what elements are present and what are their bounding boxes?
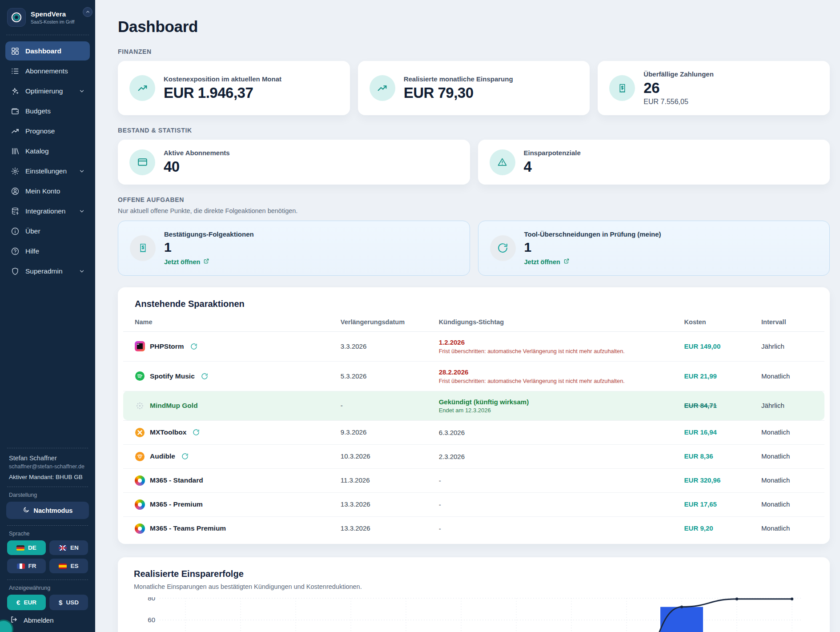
chevron-down-icon [79, 268, 85, 274]
deadline-date: 1.2.2026 [439, 338, 680, 346]
user-icon [10, 186, 20, 196]
subscription-name: M365 - Teams Premium [150, 524, 226, 532]
table-row-spotify-music[interactable]: Spotify Music5.3.202628.2.2026Frist über… [123, 361, 824, 391]
stat-value: 40 [164, 158, 230, 175]
bars-icon [10, 146, 20, 156]
table-row-mxtoolbox[interactable]: MXToolbox9.3.20266.3.2026EUR 16,94Monatl… [123, 420, 824, 444]
deadline-date: 2.3.2026 [439, 453, 680, 460]
card-realisierte-einsparung: Realisierte monatliche Einsparung EUR 79… [358, 61, 590, 115]
refresh-icon [490, 235, 516, 261]
interval-value: Monatlich [761, 476, 790, 484]
currency-button-usd[interactable]: $USD [49, 595, 88, 610]
database-icon [10, 206, 20, 216]
jetzt-oeffnen-link[interactable]: Jetzt öffnen [164, 258, 209, 266]
sidebar-item-einstellungen[interactable]: Einstellungen [5, 161, 90, 181]
night-mode-button[interactable]: Nachtmodus [6, 502, 89, 519]
table-row-mindmup-gold[interactable]: MindMup Gold-Gekündigt (künftig wirksam)… [123, 391, 824, 420]
table-row-phpstorm[interactable]: PHPStorm3.3.20261.2.2026Frist überschrit… [123, 331, 824, 361]
interval-value: Monatlich [761, 452, 790, 460]
sidebar-item-prognose[interactable]: Prognose [5, 121, 90, 141]
sidebar-item-superadmin[interactable]: Superadmin [5, 262, 90, 281]
language-button-fr[interactable]: FR [7, 559, 46, 573]
mindmup-icon [135, 401, 145, 411]
card-einsparpotenziale: Einsparpotenziale 4 [478, 140, 830, 185]
sidebar-item-label: Optimierung [25, 87, 73, 95]
deadline-date: - [439, 501, 680, 508]
active-tenant: Aktiver Mandant: BHUB GB [9, 474, 86, 480]
cost-value: EUR 320,96 [684, 476, 721, 484]
table-row-m365-teams-premium[interactable]: M365 - Teams Premium13.3.2026-EUR 9,20Mo… [123, 516, 824, 540]
logout-button[interactable]: Abmelden [6, 610, 89, 626]
divider [7, 580, 88, 580]
user-name: Stefan Schaffner [9, 455, 86, 462]
help-icon [10, 246, 20, 256]
cost-value: EUR 8,36 [684, 452, 713, 460]
table-row-m365-standard[interactable]: M365 - Standard11.3.2026-EUR 320,96Monat… [123, 468, 824, 492]
sidebar-item-label: Integrationen [25, 207, 73, 215]
sidebar-item-label: Hilfe [25, 247, 85, 255]
subscription-name: MXToolbox [150, 428, 186, 436]
tasks-hint: Nur aktuell offene Punkte, die direkte F… [118, 207, 830, 214]
sidebar-item-integrationen[interactable]: Integrationen [5, 201, 90, 221]
sparaktionen-panel: Anstehende Sparaktionen Name Verlängerun… [118, 287, 830, 544]
table-row-audible[interactable]: Audible10.3.20262.3.2026EUR 8,36Monatlic… [123, 444, 824, 468]
einsparerfolge-panel: Realisierte Einsparerfolge Monatliche Ei… [118, 557, 830, 632]
currency-button-eur[interactable]: €EUR [7, 595, 46, 610]
language-button-es[interactable]: ES [49, 559, 88, 573]
trend-up-icon [370, 75, 395, 101]
sidebar-item-katalog[interactable]: Katalog [5, 141, 90, 161]
renewal-date: 13.3.2026 [341, 524, 370, 532]
deadline-date: 28.2.2026 [439, 368, 680, 376]
moon-icon [23, 506, 30, 515]
jetzt-oeffnen-link[interactable]: Jetzt öffnen [524, 258, 570, 266]
sidebar-item-budgets[interactable]: Budgets [5, 101, 90, 121]
invoice-icon [130, 235, 156, 261]
chart-subtitle: Monatliche Einsparungen aus bestätigten … [134, 583, 814, 590]
warning-icon [490, 149, 515, 175]
language-button-de[interactable]: DE [7, 540, 46, 555]
interval-value: Monatlich [761, 500, 790, 508]
sidebar-item-label: Einstellungen [25, 167, 73, 175]
trend-up-icon [10, 126, 20, 136]
user-email: schaffner@stefan-schaffner.de [9, 463, 86, 470]
chevron-down-icon [79, 88, 85, 94]
stat-value: 26 [643, 80, 714, 97]
sparkles-icon [10, 86, 20, 96]
table-title: Anstehende Sparaktionen [123, 299, 824, 309]
col-kuendigungs-stichtag: Kündigungs-Stichtag [439, 312, 684, 332]
eur-symbol-icon: € [16, 599, 20, 606]
deadline-note: Frist überschritten: automatische Verlän… [439, 378, 680, 384]
dashboard-icon [10, 46, 20, 56]
sidebar-collapse-button[interactable] [83, 7, 92, 17]
user-block: Stefan Schaffner schaffner@stefan-schaff… [6, 449, 89, 486]
deadline-date: - [439, 477, 680, 484]
sidebar-item-label: Katalog [25, 147, 85, 155]
language-button-en[interactable]: EN [49, 540, 88, 555]
sidebar-item-hilfe[interactable]: Hilfe [5, 242, 90, 261]
renewal-date: 9.3.2026 [341, 428, 366, 436]
sidebar-item-abonnements[interactable]: Abonnements [5, 61, 90, 81]
renewal-date: 5.3.2026 [341, 372, 366, 380]
sidebar-item-label: Über [25, 227, 85, 235]
deadline-date: - [439, 525, 680, 532]
sidebar-item-ber[interactable]: Über [5, 221, 90, 241]
sidebar-item-label: Budgets [25, 107, 85, 115]
renewal-date: 10.3.2026 [341, 452, 370, 460]
sidebar-item-label: Dashboard [25, 47, 85, 55]
cost-value: EUR 9,20 [684, 524, 713, 532]
sidebar-header: SpendVera SaaS-Kosten im Griff [5, 0, 90, 34]
stat-value: EUR 1.946,37 [164, 85, 281, 101]
audible-icon [135, 451, 145, 462]
stat-cards-row: Aktive Abonnements 40 Einsparpotenziale … [118, 140, 830, 185]
app-name: SpendVera [31, 10, 74, 18]
shield-icon [10, 266, 20, 276]
table-row-m365-premium[interactable]: M365 - Premium13.3.2026-EUR 17,65Monatli… [123, 492, 824, 516]
divider [6, 35, 89, 35]
svg-text:80: 80 [148, 597, 155, 602]
sidebar-item-dashboard[interactable]: Dashboard [5, 41, 90, 60]
auto-renew-icon [181, 453, 189, 460]
usd-symbol-icon: $ [59, 599, 62, 606]
sidebar-item-optimierung[interactable]: Optimierung [5, 81, 90, 101]
sidebar-item-mein-konto[interactable]: Mein Konto [5, 181, 90, 201]
trend-up-icon [129, 75, 155, 101]
